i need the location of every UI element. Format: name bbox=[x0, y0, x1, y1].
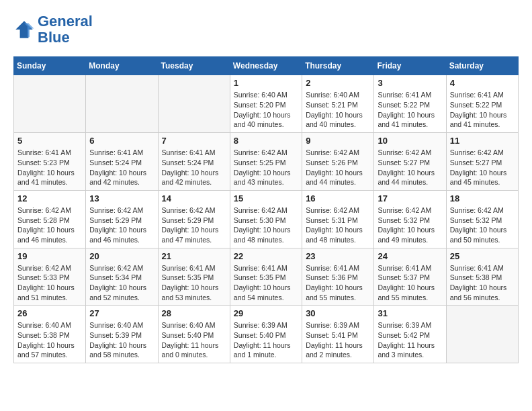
day-info: Sunrise: 6:42 AMSunset: 5:32 PMDaylight:… bbox=[378, 205, 442, 245]
day-info: Sunrise: 6:42 AMSunset: 5:27 PMDaylight:… bbox=[378, 148, 442, 187]
day-info: Sunrise: 6:41 AMSunset: 5:23 PMDaylight:… bbox=[17, 148, 82, 187]
day-info: Sunrise: 6:40 AMSunset: 5:40 PMDaylight:… bbox=[162, 320, 226, 360]
calendar-cell: 4Sunrise: 6:41 AMSunset: 5:22 PMDaylight… bbox=[446, 75, 518, 133]
calendar-cell: 14Sunrise: 6:42 AMSunset: 5:29 PMDayligh… bbox=[158, 190, 230, 248]
calendar-cell: 25Sunrise: 6:41 AMSunset: 5:38 PMDayligh… bbox=[446, 248, 518, 306]
day-info: Sunrise: 6:41 AMSunset: 5:37 PMDaylight:… bbox=[378, 263, 442, 303]
day-number: 16 bbox=[306, 193, 370, 203]
calendar-cell: 8Sunrise: 6:42 AMSunset: 5:25 PMDaylight… bbox=[230, 133, 302, 191]
day-info: Sunrise: 6:42 AMSunset: 5:25 PMDaylight:… bbox=[234, 148, 298, 187]
day-number: 14 bbox=[162, 193, 226, 203]
calendar-cell: 21Sunrise: 6:41 AMSunset: 5:35 PMDayligh… bbox=[158, 248, 230, 306]
day-info: Sunrise: 6:41 AMSunset: 5:22 PMDaylight:… bbox=[450, 90, 515, 130]
day-number: 28 bbox=[162, 308, 226, 318]
day-number: 18 bbox=[450, 193, 515, 203]
day-number: 13 bbox=[89, 193, 154, 203]
weekday-header-wednesday: Wednesday bbox=[230, 57, 302, 75]
day-info: Sunrise: 6:41 AMSunset: 5:35 PMDaylight:… bbox=[162, 263, 226, 303]
day-number: 27 bbox=[89, 308, 154, 318]
weekday-header-thursday: Thursday bbox=[302, 57, 374, 75]
day-number: 17 bbox=[378, 193, 442, 203]
day-number: 9 bbox=[306, 136, 370, 146]
calendar-cell: 28Sunrise: 6:40 AMSunset: 5:40 PMDayligh… bbox=[158, 306, 230, 363]
day-number: 22 bbox=[234, 251, 298, 261]
calendar-cell: 9Sunrise: 6:42 AMSunset: 5:26 PMDaylight… bbox=[302, 133, 374, 191]
calendar-cell bbox=[446, 306, 518, 363]
calendar-cell: 11Sunrise: 6:42 AMSunset: 5:27 PMDayligh… bbox=[446, 133, 518, 191]
calendar-week-3: 12Sunrise: 6:42 AMSunset: 5:28 PMDayligh… bbox=[14, 190, 519, 248]
calendar-week-1: 1Sunrise: 6:40 AMSunset: 5:20 PMDaylight… bbox=[14, 75, 519, 133]
day-number: 25 bbox=[450, 251, 515, 261]
day-number: 21 bbox=[162, 251, 226, 261]
calendar-cell: 31Sunrise: 6:39 AMSunset: 5:42 PMDayligh… bbox=[374, 306, 446, 363]
day-number: 24 bbox=[378, 251, 442, 261]
day-info: Sunrise: 6:42 AMSunset: 5:27 PMDaylight:… bbox=[450, 148, 515, 187]
day-info: Sunrise: 6:42 AMSunset: 5:32 PMDaylight:… bbox=[450, 205, 515, 245]
day-info: Sunrise: 6:39 AMSunset: 5:42 PMDaylight:… bbox=[378, 320, 442, 360]
day-info: Sunrise: 6:41 AMSunset: 5:38 PMDaylight:… bbox=[450, 263, 515, 303]
weekday-header-saturday: Saturday bbox=[446, 57, 518, 75]
calendar-table: SundayMondayTuesdayWednesdayThursdayFrid… bbox=[13, 56, 519, 363]
calendar-cell: 19Sunrise: 6:42 AMSunset: 5:33 PMDayligh… bbox=[14, 248, 86, 306]
day-number: 5 bbox=[17, 136, 82, 146]
day-info: Sunrise: 6:42 AMSunset: 5:34 PMDaylight:… bbox=[89, 263, 154, 303]
calendar-cell: 16Sunrise: 6:42 AMSunset: 5:31 PMDayligh… bbox=[302, 190, 374, 248]
day-number: 3 bbox=[378, 78, 442, 88]
calendar-cell: 23Sunrise: 6:41 AMSunset: 5:36 PMDayligh… bbox=[302, 248, 374, 306]
calendar-cell bbox=[86, 75, 158, 133]
logo: General Blue bbox=[13, 13, 93, 46]
calendar-cell: 27Sunrise: 6:40 AMSunset: 5:39 PMDayligh… bbox=[86, 306, 158, 363]
calendar-cell: 10Sunrise: 6:42 AMSunset: 5:27 PMDayligh… bbox=[374, 133, 446, 191]
day-info: Sunrise: 6:41 AMSunset: 5:36 PMDaylight:… bbox=[306, 263, 370, 303]
day-info: Sunrise: 6:41 AMSunset: 5:24 PMDaylight:… bbox=[162, 148, 226, 187]
calendar-week-5: 26Sunrise: 6:40 AMSunset: 5:38 PMDayligh… bbox=[14, 306, 519, 363]
day-info: Sunrise: 6:42 AMSunset: 5:26 PMDaylight:… bbox=[306, 148, 370, 187]
calendar-body: 1Sunrise: 6:40 AMSunset: 5:20 PMDaylight… bbox=[14, 75, 519, 363]
calendar-cell: 15Sunrise: 6:42 AMSunset: 5:30 PMDayligh… bbox=[230, 190, 302, 248]
calendar-cell: 24Sunrise: 6:41 AMSunset: 5:37 PMDayligh… bbox=[374, 248, 446, 306]
day-info: Sunrise: 6:40 AMSunset: 5:38 PMDaylight:… bbox=[17, 320, 82, 360]
weekday-header-row: SundayMondayTuesdayWednesdayThursdayFrid… bbox=[14, 57, 519, 75]
day-info: Sunrise: 6:42 AMSunset: 5:33 PMDaylight:… bbox=[17, 263, 82, 303]
logo-icon bbox=[13, 19, 35, 40]
day-info: Sunrise: 6:42 AMSunset: 5:30 PMDaylight:… bbox=[234, 205, 298, 245]
weekday-header-friday: Friday bbox=[374, 57, 446, 75]
day-info: Sunrise: 6:41 AMSunset: 5:22 PMDaylight:… bbox=[378, 90, 442, 130]
day-info: Sunrise: 6:41 AMSunset: 5:24 PMDaylight:… bbox=[89, 148, 154, 187]
calendar-cell: 22Sunrise: 6:41 AMSunset: 5:35 PMDayligh… bbox=[230, 248, 302, 306]
weekday-header-sunday: Sunday bbox=[14, 57, 86, 75]
day-number: 20 bbox=[89, 251, 154, 261]
day-number: 8 bbox=[234, 136, 298, 146]
day-number: 2 bbox=[306, 78, 370, 88]
weekday-header-tuesday: Tuesday bbox=[158, 57, 230, 75]
logo-text: General Blue bbox=[38, 13, 93, 46]
calendar-cell: 12Sunrise: 6:42 AMSunset: 5:28 PMDayligh… bbox=[14, 190, 86, 248]
calendar-cell bbox=[158, 75, 230, 133]
day-info: Sunrise: 6:39 AMSunset: 5:41 PMDaylight:… bbox=[306, 320, 370, 360]
calendar-header: SundayMondayTuesdayWednesdayThursdayFrid… bbox=[14, 57, 519, 75]
day-info: Sunrise: 6:39 AMSunset: 5:40 PMDaylight:… bbox=[234, 320, 298, 360]
calendar-cell: 6Sunrise: 6:41 AMSunset: 5:24 PMDaylight… bbox=[86, 133, 158, 191]
calendar-cell: 20Sunrise: 6:42 AMSunset: 5:34 PMDayligh… bbox=[86, 248, 158, 306]
day-info: Sunrise: 6:40 AMSunset: 5:21 PMDaylight:… bbox=[306, 90, 370, 130]
day-number: 7 bbox=[162, 136, 226, 146]
page-header: General Blue bbox=[13, 13, 519, 46]
calendar-cell: 13Sunrise: 6:42 AMSunset: 5:29 PMDayligh… bbox=[86, 190, 158, 248]
day-number: 30 bbox=[306, 308, 370, 318]
calendar-cell: 30Sunrise: 6:39 AMSunset: 5:41 PMDayligh… bbox=[302, 306, 374, 363]
calendar-cell: 18Sunrise: 6:42 AMSunset: 5:32 PMDayligh… bbox=[446, 190, 518, 248]
day-info: Sunrise: 6:42 AMSunset: 5:29 PMDaylight:… bbox=[89, 205, 154, 245]
day-number: 11 bbox=[450, 136, 515, 146]
day-number: 15 bbox=[234, 193, 298, 203]
day-number: 23 bbox=[306, 251, 370, 261]
day-number: 6 bbox=[89, 136, 154, 146]
calendar-cell: 26Sunrise: 6:40 AMSunset: 5:38 PMDayligh… bbox=[14, 306, 86, 363]
day-info: Sunrise: 6:42 AMSunset: 5:29 PMDaylight:… bbox=[162, 205, 226, 245]
day-number: 4 bbox=[450, 78, 515, 88]
day-number: 19 bbox=[17, 251, 82, 261]
day-info: Sunrise: 6:40 AMSunset: 5:20 PMDaylight:… bbox=[234, 90, 298, 130]
svg-marker-0 bbox=[15, 21, 33, 38]
calendar-week-4: 19Sunrise: 6:42 AMSunset: 5:33 PMDayligh… bbox=[14, 248, 519, 306]
day-info: Sunrise: 6:42 AMSunset: 5:31 PMDaylight:… bbox=[306, 205, 370, 245]
calendar-cell: 17Sunrise: 6:42 AMSunset: 5:32 PMDayligh… bbox=[374, 190, 446, 248]
